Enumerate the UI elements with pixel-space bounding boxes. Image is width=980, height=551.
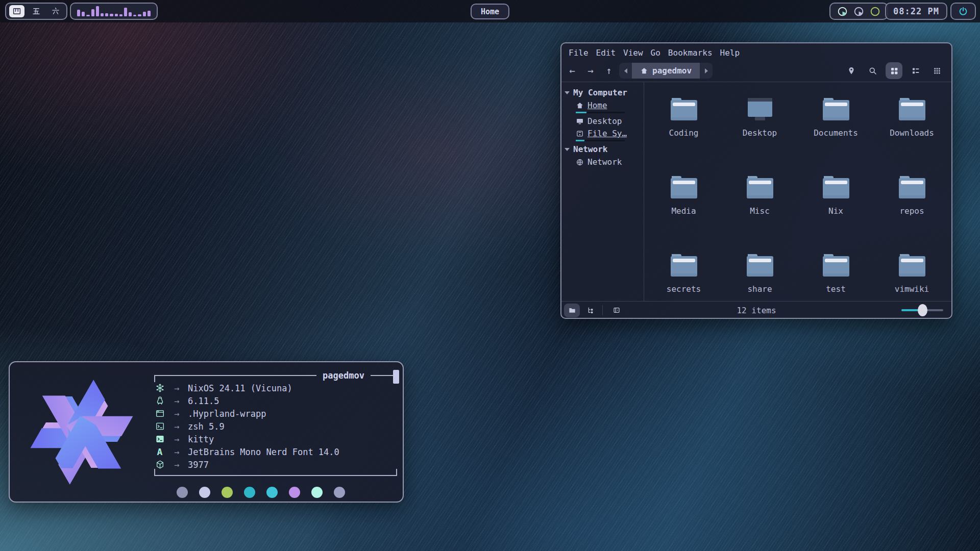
folder-nix[interactable]: Nix — [798, 171, 874, 249]
sidebar-item-label: Network — [587, 157, 622, 167]
visualizer-bar — [91, 9, 94, 16]
workspace-button[interactable] — [9, 5, 24, 17]
system-monitor-widget[interactable] — [829, 3, 888, 20]
folder-coding[interactable]: Coding — [646, 93, 722, 171]
sidebar-item-desktop[interactable]: Desktop — [561, 115, 644, 127]
arrow-icon: → — [165, 434, 188, 444]
folder-repos[interactable]: repos — [874, 171, 950, 249]
folder-label: repos — [899, 206, 924, 216]
icon-view-button[interactable] — [886, 62, 902, 79]
folder-media[interactable]: Media — [646, 171, 722, 249]
fetch-value: 6.11.5 — [188, 396, 219, 406]
folder-label: Misc — [750, 206, 770, 216]
location-pin-icon — [847, 66, 856, 76]
compact-view-icon — [933, 66, 942, 76]
fetch-hostname: pagedmov — [316, 370, 371, 381]
arrow-icon: → — [165, 383, 188, 393]
tree-panel-button[interactable] — [582, 304, 598, 317]
audio-visualizer — [70, 3, 158, 20]
visualizer-bar — [148, 11, 151, 16]
compact-view-button[interactable] — [928, 62, 945, 79]
path-scroll-right[interactable] — [700, 63, 713, 79]
menu-file[interactable]: File — [569, 48, 589, 58]
sidebar-item-label: Desktop — [587, 116, 622, 126]
folder-icon — [670, 96, 698, 122]
folder-downloads[interactable]: Downloads — [874, 93, 950, 171]
disk-usage-bar — [576, 112, 625, 113]
arrow-icon: → — [165, 396, 188, 406]
sidebar-section-my-computer[interactable]: My Computer — [561, 86, 644, 99]
places-panel-button[interactable] — [564, 304, 580, 317]
path-scroll-left[interactable] — [619, 63, 632, 79]
terminal-window[interactable]: pagedmov →NixOS 24.11 (Vicuna)→6.11.5→.H… — [9, 361, 404, 503]
search-button[interactable] — [864, 62, 881, 79]
power-button[interactable] — [950, 3, 976, 20]
menu-bookmarks[interactable]: Bookmarks — [668, 48, 713, 58]
zoom-slider-thumb[interactable] — [918, 304, 927, 316]
focused-window-pill[interactable]: Home — [471, 4, 509, 19]
workspace-button[interactable] — [48, 5, 63, 17]
folder-misc[interactable]: Misc — [722, 171, 798, 249]
palette-dot — [199, 487, 210, 498]
statusbar-divider — [602, 305, 603, 315]
workspace-button[interactable] — [29, 5, 44, 17]
collapse-caret-icon — [565, 91, 570, 94]
sidebar-item-network[interactable]: Network — [561, 156, 644, 168]
list-view-button[interactable] — [907, 62, 924, 79]
sidebar-section-label: My Computer — [573, 88, 627, 97]
fetch-value: .Hyprland-wrapp — [188, 409, 266, 419]
toggle-sidebar-button[interactable] — [608, 304, 624, 317]
visualizer-bar — [96, 6, 99, 16]
fetch-line: →zsh 5.9 — [154, 420, 397, 433]
clock-widget[interactable]: 08:22 PM — [885, 3, 947, 20]
file-manager-body: My ComputerHomeDesktopFile Sy…NetworkNet… — [561, 82, 951, 301]
box-corner-br — [392, 469, 397, 476]
top-bar: Home 08:22 PM — [0, 0, 980, 22]
fetch-value: zsh 5.9 — [188, 421, 225, 432]
sidebar-item-home[interactable]: Home — [561, 99, 644, 115]
visualizer-bar — [101, 13, 104, 16]
arrow-icon: → — [165, 409, 188, 419]
menu-edit[interactable]: Edit — [596, 48, 616, 58]
menu-view[interactable]: View — [623, 48, 643, 58]
forward-button[interactable]: → — [583, 63, 598, 78]
up-button[interactable]: ↑ — [601, 63, 617, 78]
fetch-line: →NixOS 24.11 (Vicuna) — [154, 382, 397, 394]
box-line — [159, 475, 392, 476]
folder-label: Nix — [828, 206, 843, 216]
breadcrumb[interactable]: pagedmov — [632, 63, 700, 79]
directory-tree-icon — [586, 306, 595, 314]
folder-label: Downloads — [890, 128, 934, 138]
home-icon — [576, 102, 584, 110]
fetch-value: kitty — [188, 434, 214, 444]
focused-window-label: Home — [481, 7, 499, 16]
drive-icon — [576, 130, 584, 138]
folder-documents[interactable]: Documents — [798, 93, 874, 171]
workspace-switcher[interactable] — [5, 3, 67, 20]
sidebar-item-filesy[interactable]: File Sy… — [561, 127, 644, 143]
fetch-line: →6.11.5 — [154, 394, 397, 407]
box-line — [371, 375, 392, 376]
fetch-line: →3977 — [154, 458, 397, 471]
visualizer-bar — [77, 10, 80, 16]
terminal-palette — [154, 487, 397, 498]
zoom-slider[interactable] — [901, 309, 943, 311]
places-pin-button[interactable] — [843, 62, 860, 79]
folder-icon — [670, 174, 698, 200]
shell-icon — [154, 421, 165, 431]
folder-panel-icon — [568, 306, 576, 314]
packages-icon — [154, 460, 165, 469]
visualizer-bar — [115, 14, 118, 16]
visualizer-bar — [86, 15, 89, 16]
cpu-ring — [870, 6, 880, 17]
palette-dot — [244, 487, 255, 498]
sidebar-item-label: File Sy… — [587, 129, 627, 138]
sidebar-section-network[interactable]: Network — [561, 143, 644, 156]
back-button[interactable]: ← — [565, 63, 580, 78]
file-manager-toolbar: ← → ↑ pagedmov — [561, 60, 951, 82]
path-bar[interactable]: pagedmov — [619, 63, 713, 79]
visualizer-bar — [105, 13, 108, 16]
menu-help[interactable]: Help — [720, 48, 740, 58]
menu-go[interactable]: Go — [651, 48, 660, 58]
folder-desktop[interactable]: Desktop — [722, 93, 798, 171]
